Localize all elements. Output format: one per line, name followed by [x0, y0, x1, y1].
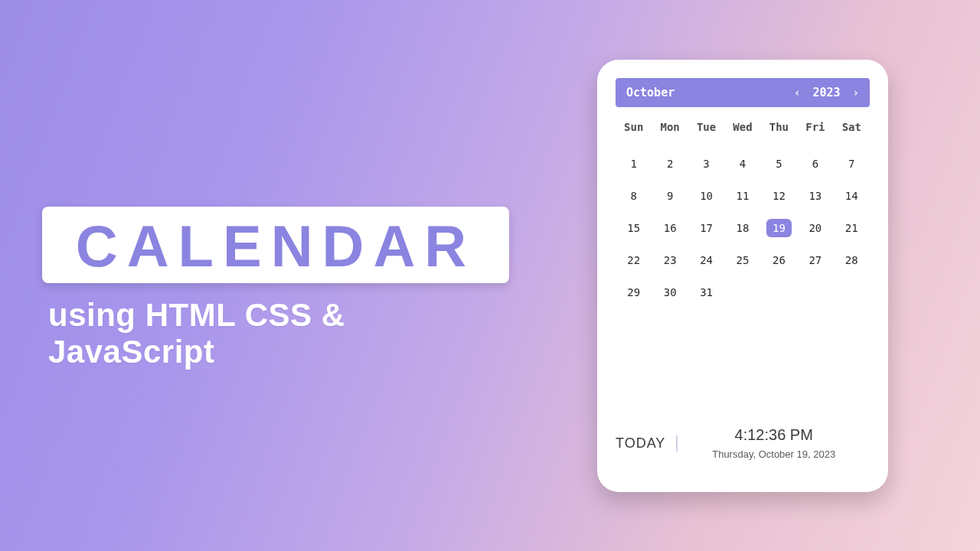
day-cell[interactable]: 4 [724, 155, 760, 173]
weekday-label: Thu [761, 121, 797, 133]
weekday-label: Fri [797, 121, 833, 133]
days-grid: 1234567891011121314151617181920212223242… [616, 155, 870, 302]
day-cell[interactable]: 27 [797, 251, 833, 269]
day-cell[interactable]: 10 [688, 187, 724, 205]
day-cell[interactable]: 22 [616, 251, 652, 269]
day-cell[interactable]: 30 [652, 283, 688, 302]
day-cell[interactable]: 7 [834, 155, 870, 173]
day-cell[interactable]: 11 [724, 187, 760, 205]
day-cell[interactable]: 1 [616, 155, 652, 173]
day-cell[interactable]: 13 [797, 187, 833, 205]
weekday-label: Wed [724, 121, 760, 133]
day-cell[interactable]: 5 [761, 155, 797, 173]
day-cell[interactable]: 17 [688, 219, 724, 237]
page-title: CALENDAR [65, 214, 486, 279]
day-cell[interactable]: 18 [724, 219, 760, 237]
day-cell[interactable]: 6 [797, 155, 833, 173]
day-cell[interactable]: 16 [652, 219, 688, 237]
day-cell[interactable]: 23 [652, 251, 688, 269]
title-card: CALENDAR [42, 207, 509, 283]
day-cell[interactable]: 26 [761, 251, 797, 269]
today-date: Thursday, October 19, 2023 [678, 448, 870, 460]
prev-year-button[interactable]: ‹ [794, 86, 800, 99]
page-subtitle: using HTML CSS & JavaScript [48, 297, 509, 370]
today-time: 4:12:36 PM [678, 426, 870, 444]
day-cell[interactable]: 20 [797, 219, 833, 237]
today-label: TODAY [616, 435, 678, 452]
weekday-row: Sun Mon Tue Wed Thu Fri Sat [616, 121, 870, 133]
day-cell[interactable]: 28 [834, 251, 870, 269]
calendar-widget: October ‹ 2023 › Sun Mon Tue Wed Thu Fri… [597, 60, 888, 492]
day-cell[interactable]: 21 [834, 219, 870, 237]
calendar-year-nav: ‹ 2023 › [794, 86, 859, 99]
today-info: 4:12:36 PM Thursday, October 19, 2023 [678, 426, 870, 460]
calendar-header: October ‹ 2023 › [616, 78, 870, 107]
day-cell[interactable]: 8 [616, 187, 652, 205]
weekday-label: Mon [652, 121, 688, 133]
day-cell[interactable]: 3 [688, 155, 724, 173]
day-cell[interactable]: 19 [761, 219, 797, 237]
day-cell[interactable]: 14 [834, 187, 870, 205]
day-cell[interactable]: 9 [652, 187, 688, 205]
weekday-label: Sun [616, 121, 652, 133]
day-cell[interactable]: 25 [724, 251, 760, 269]
weekday-label: Sat [834, 121, 870, 133]
calendar-year-label: 2023 [812, 86, 840, 99]
day-cell[interactable]: 29 [616, 283, 652, 302]
day-cell[interactable]: 15 [616, 219, 652, 237]
day-cell[interactable]: 24 [688, 251, 724, 269]
day-cell[interactable]: 31 [688, 283, 724, 302]
day-cell[interactable]: 12 [761, 187, 797, 205]
weekday-label: Tue [688, 121, 724, 133]
hero-block: CALENDAR using HTML CSS & JavaScript [42, 207, 509, 370]
next-year-button[interactable]: › [853, 86, 859, 99]
calendar-month-label: October [626, 86, 794, 99]
day-cell[interactable]: 2 [652, 155, 688, 173]
today-block: TODAY 4:12:36 PM Thursday, October 19, 2… [616, 423, 870, 474]
